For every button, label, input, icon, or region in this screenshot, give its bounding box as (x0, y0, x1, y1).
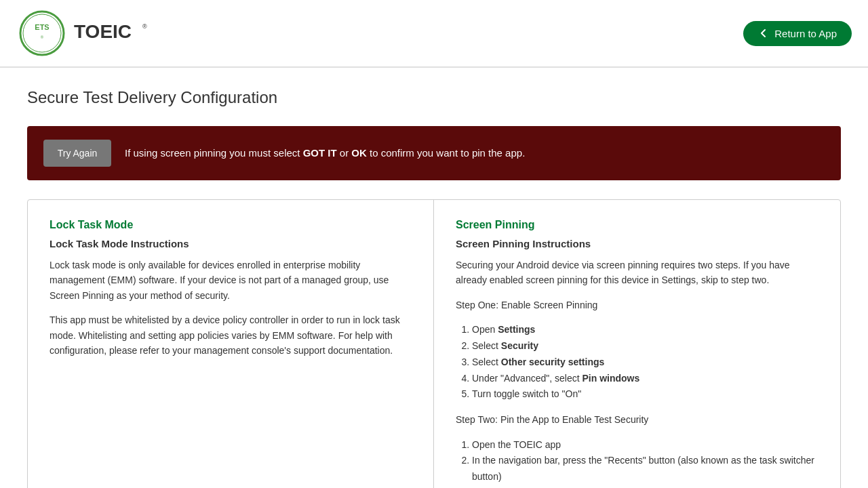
lock-task-mode-para1: Lock task mode is only available for dev… (50, 258, 412, 303)
svg-point-0 (20, 12, 64, 55)
step-one-list: Open Settings Select Security Select Oth… (472, 322, 818, 403)
lock-task-mode-para2: This app must be whitelisted by a device… (50, 312, 412, 358)
step-two-list: Open the TOEIC app In the navigation bar… (472, 437, 818, 485)
step-two-heading: Step Two: Pin the App to Enable Test Sec… (456, 412, 818, 427)
alert-got-it: GOT IT (303, 147, 337, 159)
screen-pinning-intro: Securing your Android device via screen … (456, 258, 818, 288)
svg-text:®: ® (142, 23, 147, 30)
alert-message: If using screen pinning you must select … (125, 146, 525, 161)
list-item: Open Settings (472, 322, 818, 338)
return-btn-label: Return to App (774, 28, 837, 39)
alert-banner: Try Again If using screen pinning you mu… (27, 126, 841, 180)
list-item: Turn toggle switch to "On" (472, 386, 818, 403)
lock-task-mode-subheading: Lock Task Mode Instructions (50, 238, 412, 249)
alert-or: or (337, 147, 352, 159)
lock-task-mode-panel: Lock Task Mode Lock Task Mode Instructio… (28, 200, 434, 488)
list-item: Select Security (472, 338, 818, 354)
screen-pinning-body: Securing your Android device via screen … (456, 258, 818, 485)
try-again-button[interactable]: Try Again (43, 140, 111, 167)
list-item: Open the TOEIC app (472, 437, 818, 453)
return-to-app-button[interactable]: Return to App (743, 21, 852, 46)
alert-prefix: If using screen pinning you must select (125, 147, 303, 159)
arrow-left-icon (758, 28, 769, 39)
svg-text:ETS: ETS (35, 23, 49, 31)
main-content: Secure Test Delivery Configuration Try A… (0, 68, 868, 488)
lock-task-mode-body: Lock task mode is only available for dev… (50, 258, 412, 358)
svg-text:TOEIC: TOEIC (74, 21, 132, 42)
ets-toeic-logo: ETS ® TOEIC ® (16, 9, 152, 57)
screen-pinning-heading: Screen Pinning (456, 219, 818, 231)
logo-container: ETS ® TOEIC ® (16, 9, 152, 57)
svg-text:®: ® (41, 35, 44, 39)
list-item: Under "Advanced", select Pin windows (472, 371, 818, 387)
list-item: In the navigation bar, press the "Recent… (472, 453, 818, 485)
svg-point-1 (23, 14, 61, 52)
alert-suffix: to confirm you want to pin the app. (367, 147, 525, 159)
list-item: Select Other security settings (472, 354, 818, 371)
step-one-heading: Step One: Enable Screen Pinning (456, 298, 818, 312)
header: ETS ® TOEIC ® Return to App (0, 0, 868, 68)
instructions-grid: Lock Task Mode Lock Task Mode Instructio… (27, 199, 841, 488)
page-title: Secure Test Delivery Configuration (27, 88, 841, 107)
alert-ok: OK (351, 147, 367, 159)
screen-pinning-panel: Screen Pinning Screen Pinning Instructio… (434, 200, 840, 488)
screen-pinning-subheading: Screen Pinning Instructions (456, 238, 818, 249)
lock-task-mode-heading: Lock Task Mode (50, 219, 412, 231)
